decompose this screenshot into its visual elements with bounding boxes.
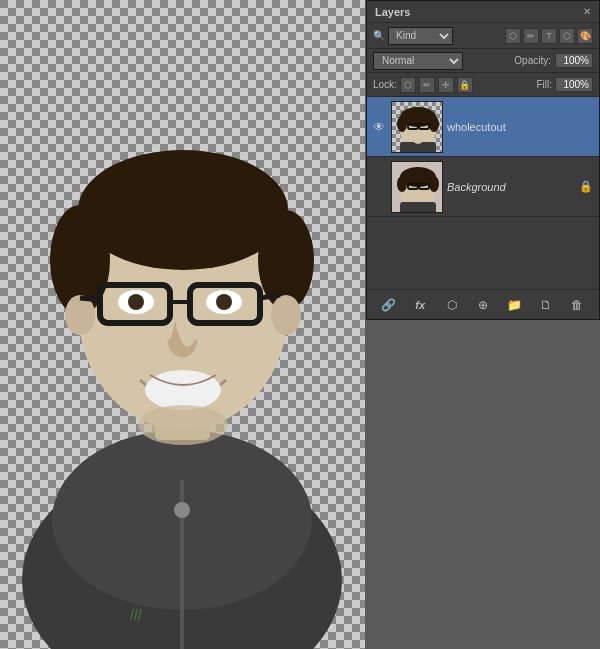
kind-dropdown[interactable]: Kind Name Effect Mode <box>388 27 453 45</box>
blend-mode-row: Normal Dissolve Multiply Screen Overlay … <box>367 49 599 73</box>
lock-transparent-button[interactable]: ⬡ <box>400 77 416 93</box>
lock-all-button[interactable]: 🔒 <box>457 77 473 93</box>
fill-value[interactable]: 100% <box>555 77 593 92</box>
bottom-toolbar: 🔗 fx ⬡ ⊕ 📁 🗋 🗑 <box>367 289 599 319</box>
adjustment-layer-button[interactable]: ⊕ <box>472 294 494 316</box>
blend-mode-dropdown[interactable]: Normal Dissolve Multiply Screen Overlay <box>373 52 463 70</box>
visibility-icon[interactable]: 👁 <box>371 119 387 135</box>
add-mask-button[interactable]: ⬡ <box>441 294 463 316</box>
opacity-label: Opacity: <box>514 55 551 66</box>
svg-text:///: /// <box>130 607 142 623</box>
lock-position-button[interactable]: ✛ <box>438 77 454 93</box>
lock-label: Lock: <box>373 79 397 90</box>
filter-row: 🔍 Kind Name Effect Mode ⬡ ✏ T ⬡ 🎨 <box>367 23 599 49</box>
layer-item[interactable]: 👁 wholecutout <box>367 97 599 157</box>
svg-point-30 <box>413 134 423 144</box>
svg-point-19 <box>138 405 228 445</box>
layer-lock-icon: 🔒 <box>579 180 593 193</box>
thumbnail-checker <box>392 102 442 152</box>
layer-thumbnail <box>391 161 443 213</box>
svg-point-16 <box>128 294 144 310</box>
filter-shape-icon[interactable]: ⬡ <box>559 28 575 44</box>
filter-adjust-icon[interactable]: ✏ <box>523 28 539 44</box>
filter-smartobj-icon[interactable]: 🎨 <box>577 28 593 44</box>
layer-name: wholecutout <box>447 121 595 133</box>
add-style-button[interactable]: fx <box>409 294 431 316</box>
layer-name: Background <box>447 181 575 193</box>
fill-label: Fill: <box>536 79 552 90</box>
svg-point-34 <box>397 176 407 192</box>
panel-header: Layers ✕ <box>367 1 599 23</box>
new-group-button[interactable]: 📁 <box>503 294 525 316</box>
panel-close-button[interactable]: ✕ <box>583 6 591 17</box>
canvas-content: /// <box>0 0 365 649</box>
filter-pixel-icon[interactable]: ⬡ <box>505 28 521 44</box>
layer-item[interactable]: 👁 Background 🔒 <box>367 157 599 217</box>
layers-panel: Layers ✕ 🔍 Kind Name Effect Mode ⬡ ✏ T ⬡… <box>366 0 600 320</box>
filter-icons: ⬡ ✏ T ⬡ 🎨 <box>505 28 593 44</box>
opacity-value[interactable]: 100% <box>555 53 593 68</box>
link-layers-button[interactable]: 🔗 <box>378 294 400 316</box>
svg-point-17 <box>216 294 232 310</box>
layers-list: 👁 wholecutout <box>367 97 599 289</box>
svg-point-26 <box>429 116 439 132</box>
svg-line-13 <box>260 295 280 298</box>
lock-row: Lock: ⬡ ✏ ✛ 🔒 Fill: 100% <box>367 73 599 97</box>
svg-point-35 <box>429 176 439 192</box>
svg-point-8 <box>271 295 301 335</box>
svg-line-12 <box>80 298 100 300</box>
svg-rect-38 <box>400 202 436 213</box>
svg-point-22 <box>174 502 190 518</box>
filter-type-icon[interactable]: T <box>541 28 557 44</box>
lock-paint-button[interactable]: ✏ <box>419 77 435 93</box>
delete-layer-button[interactable]: 🗑 <box>566 294 588 316</box>
new-layer-button[interactable]: 🗋 <box>535 294 557 316</box>
svg-point-25 <box>397 116 407 132</box>
search-icon: 🔍 <box>373 30 385 41</box>
layer-thumbnail <box>391 101 443 153</box>
panel-title: Layers <box>375 6 410 18</box>
